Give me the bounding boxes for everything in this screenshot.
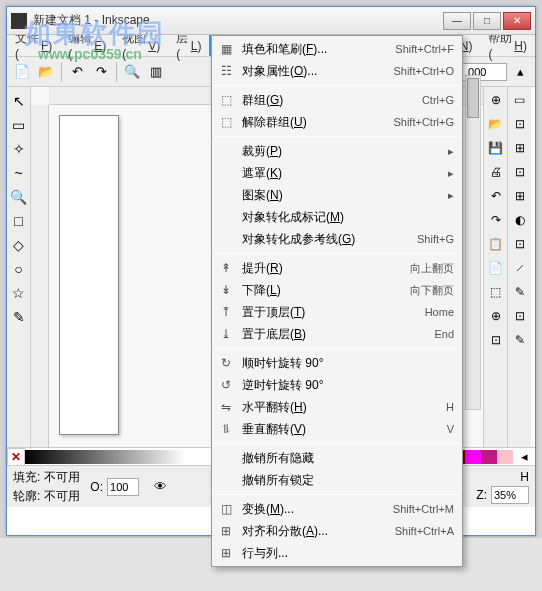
opacity-input[interactable] xyxy=(107,478,139,496)
app-window: 新建文档 1 - Inkscape — □ ✕ 文件(F)编辑(E)视图(V)层… xyxy=(6,6,536,536)
snap-btn-2[interactable]: ⊞ xyxy=(511,139,529,157)
snap-btn-9[interactable]: ⊡ xyxy=(511,307,529,325)
cmd-btn-10[interactable]: ⊡ xyxy=(487,331,505,349)
toolbox-btn-0[interactable]: ↖ xyxy=(9,91,29,111)
menuitem-accel: V xyxy=(447,423,454,435)
maximize-button[interactable]: □ xyxy=(473,12,501,30)
menuitem-图案N[interactable]: 图案(N)▸ xyxy=(212,184,462,206)
menuitem-icon: ⥮ xyxy=(216,421,236,437)
tool-spin-icon[interactable]: ▴ xyxy=(509,61,531,83)
toolbox-btn-2[interactable]: ✧ xyxy=(9,139,29,159)
tool-open-icon[interactable]: 📂 xyxy=(35,61,57,83)
menuitem-变换M[interactable]: ◫变换(M)...Shift+Ctrl+M xyxy=(212,498,462,520)
vertical-scrollbar[interactable] xyxy=(465,75,481,410)
menuitem-填色和笔刷F[interactable]: ▦填色和笔刷(F)...Shift+Ctrl+F xyxy=(212,38,462,60)
tool-zoom-icon[interactable]: 🔍 xyxy=(121,61,143,83)
layer-icon[interactable]: 👁 xyxy=(149,476,171,498)
snap-btn-0[interactable]: ▭ xyxy=(511,91,529,109)
menuitem-label: 水平翻转(H) xyxy=(242,399,446,416)
cmd-btn-5[interactable]: ↷ xyxy=(487,211,505,229)
palette-menu-icon[interactable]: ◂ xyxy=(513,446,535,468)
toolbox-btn-9[interactable]: ✎ xyxy=(9,307,29,327)
menuitem-群组G[interactable]: ⬚群组(G)Ctrl+G xyxy=(212,89,462,111)
menuitem-icon: ▦ xyxy=(216,41,236,57)
color-swatch[interactable] xyxy=(481,450,497,464)
menuitem-对象属性O[interactable]: ☷对象属性(O)...Shift+Ctrl+O xyxy=(212,60,462,82)
cmd-btn-2[interactable]: 💾 xyxy=(487,139,505,157)
snap-btn-5[interactable]: ◐ xyxy=(511,211,529,229)
menuitem-置于顶层T[interactable]: ⤒置于顶层(T)Home xyxy=(212,301,462,323)
no-color-swatch[interactable]: ✕ xyxy=(7,448,25,466)
minimize-button[interactable]: — xyxy=(443,12,471,30)
object-menu: ▦填色和笔刷(F)...Shift+Ctrl+F☷对象属性(O)...Shift… xyxy=(211,35,463,567)
menuitem-accel: Shift+Ctrl+G xyxy=(393,116,454,128)
canvas[interactable] xyxy=(59,115,119,435)
fill-value: 不可用 xyxy=(44,469,80,486)
color-swatch[interactable] xyxy=(497,450,513,464)
cmd-btn-8[interactable]: ⬚ xyxy=(487,283,505,301)
menuitem-顺时针旋转90[interactable]: ↻顺时针旋转 90° xyxy=(212,352,462,374)
snap-btn-1[interactable]: ⊡ xyxy=(511,115,529,133)
menuitem-对齐和分散A[interactable]: ⊞对齐和分散(A)...Shift+Ctrl+A xyxy=(212,520,462,542)
toolbox-btn-4[interactable]: 🔍 xyxy=(9,187,29,207)
menuitem-撤销所有锁定[interactable]: 撤销所有锁定 xyxy=(212,469,462,491)
menuitem-提升R[interactable]: ↟提升(R)向上翻页 xyxy=(212,257,462,279)
cmd-btn-6[interactable]: 📋 xyxy=(487,235,505,253)
menuitem-label: 撤销所有隐藏 xyxy=(242,450,454,467)
snap-btn-3[interactable]: ⊡ xyxy=(511,163,529,181)
toolbox-btn-6[interactable]: ◇ xyxy=(9,235,29,255)
menuitem-icon: ↟ xyxy=(216,260,236,276)
menuitem-撤销所有隐藏[interactable]: 撤销所有隐藏 xyxy=(212,447,462,469)
close-button[interactable]: ✕ xyxy=(503,12,531,30)
grayscale-swatches[interactable] xyxy=(25,450,185,464)
menuitem-逆时针旋转90[interactable]: ↺逆时针旋转 90° xyxy=(212,374,462,396)
menuitem-label: 下降(L) xyxy=(242,282,410,299)
cmd-btn-3[interactable]: 🖨 xyxy=(487,163,505,181)
tool-doc-icon[interactable]: ▥ xyxy=(145,61,167,83)
menu-文件F[interactable]: 文件(F) xyxy=(7,35,60,56)
menuitem-裁剪P[interactable]: 裁剪(P)▸ xyxy=(212,140,462,162)
toolbox: ↖▭✧~🔍□◇○☆✎ xyxy=(7,87,31,447)
snap-btn-6[interactable]: ⊡ xyxy=(511,235,529,253)
tool-redo-icon[interactable]: ↷ xyxy=(90,61,112,83)
stroke-value: 不可用 xyxy=(44,488,80,505)
toolbox-btn-3[interactable]: ~ xyxy=(9,163,29,183)
menuitem-解除群组U[interactable]: ⬚解除群组(U)Shift+Ctrl+G xyxy=(212,111,462,133)
toolbox-btn-7[interactable]: ○ xyxy=(9,259,29,279)
cmd-btn-1[interactable]: 📂 xyxy=(487,115,505,133)
opacity-label: O: xyxy=(90,480,103,494)
menuitem-行与列[interactable]: ⊞行与列... xyxy=(212,542,462,564)
menuitem-accel: 向上翻页 xyxy=(410,261,454,276)
menuitem-遮罩K[interactable]: 遮罩(K)▸ xyxy=(212,162,462,184)
toolbox-btn-1[interactable]: ▭ xyxy=(9,115,29,135)
menuitem-下降L[interactable]: ↡下降(L)向下翻页 xyxy=(212,279,462,301)
h-label: H xyxy=(520,470,529,484)
menuitem-icon: ↻ xyxy=(216,355,236,371)
cmd-btn-0[interactable]: ⊕ xyxy=(487,91,505,109)
menuitem-accel: Home xyxy=(425,306,454,318)
menuitem-垂直翻转V[interactable]: ⥮垂直翻转(V)V xyxy=(212,418,462,440)
snap-btn-7[interactable]: ⟋ xyxy=(511,259,529,277)
menu-层L[interactable]: 层(L) xyxy=(168,35,209,56)
menu-视图V[interactable]: 视图(V) xyxy=(114,35,168,56)
toolbox-btn-8[interactable]: ☆ xyxy=(9,283,29,303)
cmd-btn-9[interactable]: ⊕ xyxy=(487,307,505,325)
cmd-btn-4[interactable]: ↶ xyxy=(487,187,505,205)
zoom-input[interactable] xyxy=(491,486,529,504)
cmd-btn-7[interactable]: 📄 xyxy=(487,259,505,277)
menuitem-icon xyxy=(216,165,236,181)
menuitem-对象转化成参考线G[interactable]: 对象转化成参考线(G)Shift+G xyxy=(212,228,462,250)
snap-btn-4[interactable]: ⊞ xyxy=(511,187,529,205)
menuitem-accel: Shift+Ctrl+A xyxy=(395,525,454,537)
color-swatch[interactable] xyxy=(465,450,481,464)
toolbox-btn-5[interactable]: □ xyxy=(9,211,29,231)
menuitem-置于底层B[interactable]: ⤓置于底层(B)End xyxy=(212,323,462,345)
menu-编辑E[interactable]: 编辑(E) xyxy=(60,35,114,56)
menu-帮助H[interactable]: 帮助(H) xyxy=(480,35,535,56)
tool-new-icon[interactable]: 📄 xyxy=(11,61,33,83)
tool-undo-icon[interactable]: ↶ xyxy=(66,61,88,83)
menuitem-对象转化成标记M[interactable]: 对象转化成标记(M) xyxy=(212,206,462,228)
snap-btn-10[interactable]: ✎ xyxy=(511,331,529,349)
menuitem-水平翻转H[interactable]: ⇋水平翻转(H)H xyxy=(212,396,462,418)
snap-btn-8[interactable]: ✎ xyxy=(511,283,529,301)
